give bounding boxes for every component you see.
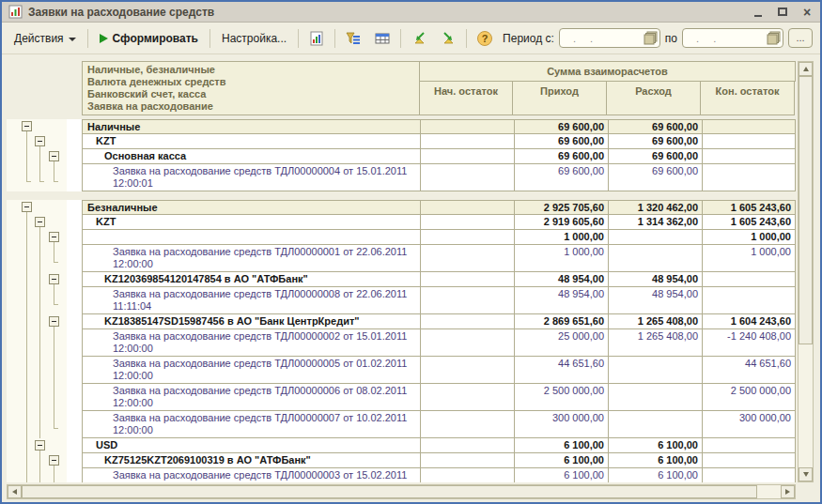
collapse-toggle-icon[interactable]	[35, 136, 45, 146]
cell-opening-balance	[420, 329, 514, 357]
table-row[interactable]: Безналичные2 925 705,601 320 462,001 605…	[7, 200, 796, 215]
filter-icon	[346, 31, 361, 46]
table-row[interactable]: USD6 100,006 100,00	[7, 438, 796, 453]
collapse-toggle-icon[interactable]	[49, 274, 59, 284]
actions-button[interactable]: Действия	[9, 29, 81, 48]
gutter-strip	[67, 164, 82, 191]
save-settings-button[interactable]	[408, 28, 430, 49]
row-label: Заявка на расходование средств ТДЛ000000…	[82, 245, 420, 272]
table-row[interactable]: Заявка на расходование средств ТДЛ000000…	[7, 468, 796, 482]
table-row[interactable]: Заявка на расходование средств ТДЛ000000…	[7, 245, 796, 272]
cell-income: 1 000,00	[514, 230, 608, 245]
collapse-toggle-icon[interactable]	[49, 151, 59, 161]
gutter-strip	[67, 119, 82, 134]
tree-line	[26, 230, 27, 245]
maximize-icon[interactable]	[776, 6, 789, 19]
collapse-toggle-icon[interactable]	[35, 440, 45, 451]
settings-button[interactable]: Настройка...	[217, 29, 291, 48]
row-label-text: Заявка на расходование средств ТДЛ000000…	[113, 358, 416, 370]
cell-closing-balance: 1 000,00	[702, 245, 796, 272]
scroll-up-icon[interactable]	[799, 62, 813, 76]
table-row[interactable]: Заявка на расходование средств ТДЛ000000…	[7, 411, 796, 438]
gutter-strip	[67, 149, 82, 164]
cell-expense: 1 320 462,00	[608, 200, 702, 215]
scroll-down-icon[interactable]	[799, 467, 813, 481]
table-row[interactable]: Заявка на расходование средств ТДЛ000000…	[7, 329, 796, 357]
header-gutter	[7, 61, 82, 115]
tree-line	[39, 329, 40, 357]
cell-closing-balance	[702, 149, 796, 164]
tree-gutter	[7, 468, 82, 482]
horizontal-scroll-thumb[interactable]	[22, 485, 757, 498]
report-variant-button[interactable]	[305, 28, 328, 49]
table-settings-button[interactable]	[371, 28, 394, 49]
row-label: Заявка на расходование средств ТДЛ000000…	[82, 357, 420, 384]
close-icon[interactable]: ×	[800, 6, 814, 19]
period-from-field	[559, 28, 660, 48]
column-header-income: Приход	[513, 82, 607, 115]
filter-button[interactable]	[342, 28, 364, 49]
gutter-strip	[67, 230, 82, 245]
calendar-icon[interactable]	[644, 31, 658, 45]
table-row[interactable]: KZT2 919 605,601 314 362,001 605 243,60	[7, 215, 796, 230]
cell-opening-balance	[420, 200, 514, 215]
cell-closing-balance: 1 604 243,60	[702, 314, 796, 329]
cell-income: 44 651,60	[514, 357, 608, 384]
table-row[interactable]: 1 000,001 000,00	[7, 230, 796, 245]
horizontal-scrollbar[interactable]	[7, 484, 796, 499]
table-row[interactable]: KZ18385147SD15987456 в АО "Банк ЦентрКре…	[7, 314, 796, 329]
cell-income: 69 600,00	[514, 134, 608, 149]
vertical-scrollbar[interactable]	[798, 61, 814, 482]
row-label: KZ18385147SD15987456 в АО "Банк ЦентрКре…	[82, 314, 420, 329]
tree-line	[26, 438, 27, 453]
calendar-icon[interactable]	[767, 31, 781, 45]
restore-settings-button[interactable]	[437, 28, 459, 49]
row-label-text: Наличные	[87, 121, 416, 133]
generate-button[interactable]: Сформировать	[95, 29, 203, 48]
cell-opening-balance	[420, 438, 514, 453]
tree-line	[54, 468, 54, 482]
scroll-right-icon[interactable]	[781, 485, 795, 498]
table-row[interactable]: Наличные69 600,0069 600,00	[7, 119, 796, 134]
table-row[interactable]: Заявка на расходование средств ТДЛ000000…	[7, 357, 796, 384]
help-button[interactable]: ?	[473, 28, 496, 49]
cell-income: 6 100,00	[514, 438, 608, 453]
tree-line	[39, 149, 40, 164]
table-row[interactable]: Заявка на расходование средств ТДЛ000000…	[7, 384, 796, 411]
table-row[interactable]: Заявка на расходование средств ТДЛ000000…	[7, 164, 796, 191]
row-label-text: KZ120369854120147854 в АО "АТФБанк"	[104, 273, 416, 285]
table-row[interactable]: Заявка на расходование средств ТДЛ000000…	[7, 287, 796, 314]
cell-income: 2 500 000,00	[514, 384, 608, 411]
vertical-scroll-thumb[interactable]	[799, 76, 813, 344]
column-header-expense: Расход	[607, 82, 701, 115]
collapse-toggle-icon[interactable]	[22, 121, 32, 131]
table-row[interactable]: KZ120369854120147854 в АО "АТФБанк"48 95…	[7, 272, 796, 287]
collapse-toggle-icon[interactable]	[49, 232, 59, 242]
period-label: Период с:	[503, 32, 554, 45]
collapse-toggle-icon[interactable]	[35, 217, 45, 227]
tree-gutter	[7, 164, 82, 191]
table-row[interactable]: Основная касса69 600,0069 600,00	[7, 149, 796, 164]
cell-closing-balance	[702, 453, 796, 468]
report-grid: Наличные, безналичные Валюта денежных ср…	[7, 61, 796, 482]
tree-line	[26, 468, 27, 482]
cell-income: 2 869 651,60	[514, 314, 608, 329]
period-more-button[interactable]: ...	[788, 28, 813, 48]
cell-expense	[608, 411, 702, 438]
gutter-strip	[67, 357, 82, 384]
cell-expense: 48 954,00	[608, 272, 702, 287]
row-label-time: 12:00:00	[113, 370, 416, 382]
collapse-toggle-icon[interactable]	[49, 316, 59, 327]
table-row[interactable]: KZT69 600,0069 600,00	[7, 134, 796, 149]
row-label-text: Заявка на расходование средств ТДЛ000000…	[113, 385, 416, 397]
table-row[interactable]: KZ75125KZT2069100319 в АО "АТФБанк"6 100…	[7, 453, 796, 468]
tree-line-end	[54, 245, 58, 263]
cell-opening-balance	[420, 215, 514, 230]
minimize-icon[interactable]	[752, 6, 765, 19]
collapse-toggle-icon[interactable]	[49, 455, 59, 466]
cell-expense	[608, 230, 702, 245]
tree-line	[26, 314, 27, 329]
cell-income: 6 100,00	[514, 468, 608, 482]
scroll-left-icon[interactable]	[8, 485, 22, 498]
collapse-toggle-icon[interactable]	[22, 202, 32, 212]
